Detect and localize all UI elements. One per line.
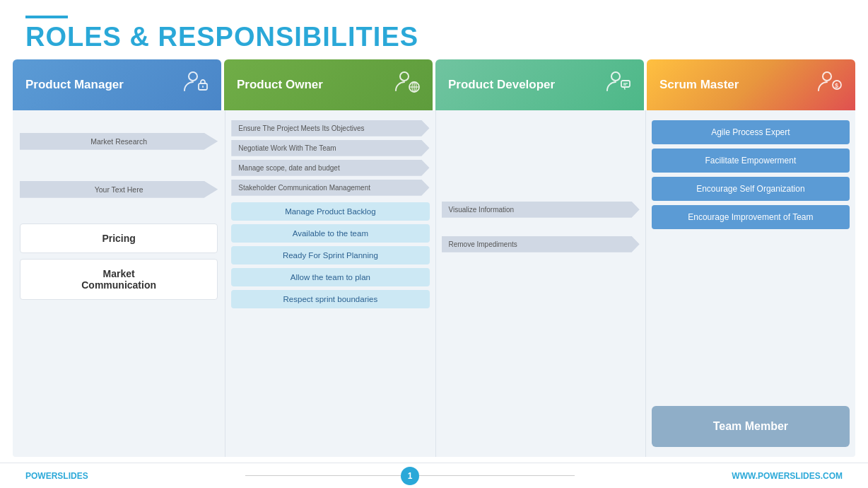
page-number: 1	[401, 467, 419, 485]
col-sm: Agile Process Expert Facilitate Empowerm…	[646, 110, 855, 457]
col-po: Ensure The Project Meets Its Objectives …	[225, 110, 435, 457]
pd-arrow-1: Remove Impediments	[442, 236, 640, 252]
po-btn-4: Respect sprint boundaries	[231, 290, 429, 308]
pm-arrow1-row: Market Research	[20, 133, 218, 150]
pm-arrow1: Market Research	[20, 133, 218, 150]
role-icon-po	[394, 69, 420, 100]
footer-line-right	[419, 475, 575, 476]
pm-box-pricing: Pricing	[20, 223, 218, 253]
svg-point-8	[611, 72, 620, 81]
role-header-sm: Scrum Master $	[647, 59, 855, 110]
footer-line-left	[245, 475, 401, 476]
col-pm: Market Research Your Text Here Pricing M…	[13, 110, 225, 457]
footer-brand: POWERSLIDES	[25, 471, 88, 481]
header: ROLES & RESPONSIBILITIES	[0, 0, 868, 59]
role-label-pd: Product Developer	[448, 78, 555, 92]
slide: ROLES & RESPONSIBILITIES Product Manager…	[0, 0, 868, 488]
sm-box-1: Facilitate Empowerment	[652, 149, 850, 173]
svg-point-12	[823, 72, 831, 81]
sm-box-0: Agile Process Expert	[652, 120, 850, 144]
role-icon-pd	[606, 69, 631, 100]
role-label-po: Product Owner	[237, 78, 323, 92]
svg-point-0	[189, 72, 197, 81]
sm-team-member: Team Member	[652, 406, 850, 447]
svg-point-3	[400, 72, 409, 81]
role-header-pm: Product Manager	[13, 59, 221, 110]
brand-part2: SLIDES	[57, 471, 88, 481]
role-label-pm: Product Manager	[25, 78, 124, 92]
pd-arrow-0: Visualize Information	[442, 202, 640, 218]
footer-website: WWW.POWERSLIDES.COM	[732, 471, 843, 481]
pm-arrow2: Your Text Here	[20, 181, 218, 198]
main-content: Market Research Your Text Here Pricing M…	[13, 110, 855, 457]
po-btn-3: Allow the team to plan	[231, 268, 429, 286]
pm-arrow2-row: Your Text Here	[20, 181, 218, 198]
brand-part1: POWER	[25, 471, 57, 481]
accent-bar	[25, 16, 68, 18]
po-arrow-3: Stakeholder Communication Management	[231, 180, 429, 196]
sm-box-2: Encourage Self Organization	[652, 177, 850, 201]
po-btn-0: Manage Product Backlog	[231, 202, 429, 221]
po-btn-2: Ready For Sprint Planning	[231, 246, 429, 265]
page-title: ROLES & RESPONSIBILITIES	[25, 23, 843, 52]
po-arrow-2: Manage scope, date and budget	[231, 160, 429, 176]
footer: POWERSLIDES 1 WWW.POWERSLIDES.COM	[0, 463, 868, 488]
role-label-sm: Scrum Master	[659, 78, 739, 92]
po-arrow-0: Ensure The Project Meets Its Objectives	[231, 120, 429, 136]
svg-text:$: $	[835, 82, 838, 89]
po-btn-1: Available to the team	[231, 224, 429, 243]
col-pd: Visualize Information Remove Impediments	[436, 110, 646, 457]
role-icon-pm	[183, 69, 209, 100]
po-arrow-1: Negotiate Work With The Team	[231, 140, 429, 156]
roles-header-row: Product Manager Product Owner	[13, 59, 855, 110]
role-icon-sm: $	[817, 69, 843, 100]
title-part1: ROLES &	[25, 22, 158, 52]
sm-box-3: Encourage Improvement of Team	[652, 205, 850, 229]
pm-box-market: MarketCommunication	[20, 259, 218, 300]
title-part2: RESPONSIBILITIES	[158, 22, 418, 52]
role-header-pd: Product Developer	[435, 59, 644, 110]
role-header-po: Product Owner	[224, 59, 433, 110]
footer-pagination: 1	[245, 467, 575, 485]
